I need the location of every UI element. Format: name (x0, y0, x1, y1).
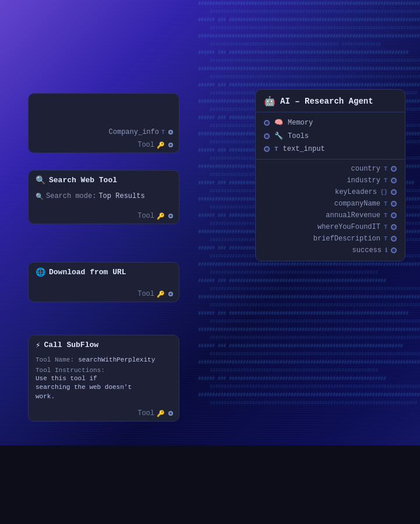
research-agent-title: AI – Research Agent (280, 97, 373, 106)
call-subflow-header: ⚡ Call SubFlow (29, 335, 179, 353)
agent-output-country: country T (256, 163, 405, 175)
agent-output-companyname: companyName T (256, 198, 405, 210)
memory-input-port[interactable] (264, 120, 270, 126)
call-subflow-title: Call SubFlow (44, 341, 98, 349)
success-type: ℹ (385, 247, 387, 254)
industry-type: T (384, 178, 387, 184)
keyleaders-label: keyLeaders (335, 188, 377, 196)
company-info-tool-icon: 🔑 (157, 141, 165, 149)
download-url-output-port[interactable] (168, 292, 173, 296)
tools-label: Tools (288, 132, 309, 140)
download-url-header: 🌐 Download from URL (29, 263, 179, 281)
keyleaders-type: {} (380, 189, 387, 196)
company-info-port[interactable] (168, 130, 173, 134)
search-mode-row: 🔍 Search mode: Top Results (36, 191, 172, 204)
search-web-header: 🔍 Search Web Tool (29, 171, 179, 189)
agent-input-text-input: T text_input (256, 143, 405, 155)
briefdescription-type: T (384, 236, 387, 242)
download-icon: 🌐 (36, 267, 45, 277)
companyname-type: T (384, 201, 387, 207)
research-agent-outputs: country T industry T keyLeaders {} compa… (256, 159, 405, 261)
company-info-tool-port[interactable] (168, 143, 173, 147)
subflow-tool-name-row: Tool Name: searchWithPerplexity (36, 356, 172, 364)
memory-icon: 🧠 (274, 118, 283, 127)
subflow-instructions-value: Use this tool if searching the web doesn… (36, 374, 172, 401)
company-info-tool-row: Tool 🔑 (29, 139, 179, 153)
search-web-output-port[interactable] (168, 214, 173, 218)
subflow-icon: ⚡ (36, 340, 40, 350)
search-mode-value: Top Results (98, 192, 144, 200)
subflow-tool-label: Tool (137, 409, 154, 417)
call-subflow-node[interactable]: ⚡ Call SubFlow Tool Name: searchWithPerp… (28, 335, 179, 422)
search-web-title: Search Web Tool (49, 176, 117, 185)
briefdescription-output-port[interactable] (391, 236, 397, 242)
agent-output-keyleaders: keyLeaders {} (256, 186, 405, 198)
download-url-node[interactable]: 🌐 Download from URL Tool 🔑 (28, 262, 179, 302)
agent-input-tools: 🔧 Tools (256, 129, 405, 143)
annualrevenue-type: T (384, 213, 387, 219)
research-agent-node[interactable]: 🤖 AI – Research Agent 🧠 Memory 🔧 Tools T… (255, 89, 405, 261)
call-subflow-content: Tool Name: searchWithPerplexity Tool Ins… (29, 353, 179, 407)
tools-icon: 🔧 (274, 132, 283, 140)
agent-output-success: success ℹ (256, 245, 405, 256)
text-input-port[interactable] (264, 146, 270, 152)
bottom-panel (0, 445, 420, 524)
subflow-instructions-row: Tool Instructions: Use this tool if sear… (36, 366, 172, 401)
search-icon-small: 🔍 (36, 193, 44, 200)
keyleaders-output-port[interactable] (391, 189, 397, 195)
search-web-tool-node[interactable]: 🔍 Search Web Tool 🔍 Search mode: Top Res… (28, 170, 179, 224)
company-info-label: Company_info (109, 128, 159, 136)
company-info-output: Company_info T (29, 126, 179, 139)
subflow-tool-name-label: Tool Name: (36, 356, 74, 363)
whereyoufolundit-type: T (384, 224, 387, 231)
research-agent-inputs: 🧠 Memory 🔧 Tools T text_input (256, 112, 405, 159)
download-tool-label: Tool (137, 290, 154, 298)
download-url-tool-row: Tool 🔑 (29, 288, 179, 302)
search-tool-icon: 🔑 (157, 213, 165, 220)
success-label: success (352, 246, 382, 254)
memory-label: Memory (288, 119, 313, 127)
agent-input-memory: 🧠 Memory (256, 116, 405, 129)
success-output-port[interactable] (391, 247, 397, 253)
subflow-instructions-label: Tool Instructions: (36, 367, 105, 374)
annualrevenue-output-port[interactable] (391, 213, 397, 218)
search-web-content: 🔍 Search mode: Top Results (29, 189, 179, 210)
download-tool-icon: 🔑 (157, 291, 165, 298)
company-info-tool-label: Tool (137, 141, 154, 149)
country-output-port[interactable] (391, 166, 397, 172)
company-info-type: T (161, 129, 165, 136)
country-type: T (384, 166, 387, 172)
call-subflow-tool-row: Tool 🔑 (29, 407, 179, 421)
download-url-title: Download from URL (49, 268, 126, 277)
search-web-icon: 🔍 (36, 175, 45, 185)
companyname-label: companyName (334, 200, 380, 208)
text-input-type-icon: T (274, 146, 278, 153)
tools-input-port[interactable] (264, 133, 270, 139)
agent-output-briefdescription: briefDescription T (256, 233, 405, 245)
whereyoufolundit-output-port[interactable] (391, 224, 397, 230)
whereyoufolundit-label: whereYouFoundIT (317, 223, 380, 231)
search-mode-label: Search mode: (46, 192, 96, 200)
text-input-label: text_input (283, 145, 325, 153)
annualrevenue-label: annualRevenue (326, 211, 380, 219)
agent-output-industry: industry T (256, 175, 405, 186)
agent-header-icon: 🤖 (264, 95, 276, 107)
call-subflow-output-port[interactable] (168, 411, 173, 416)
companyname-output-port[interactable] (391, 201, 397, 207)
subflow-tool-icon: 🔑 (157, 410, 165, 417)
agent-output-annualrevenue: annualRevenue T (256, 210, 405, 221)
search-web-tool-row: Tool 🔑 (29, 210, 179, 224)
company-info-node[interactable]: Company_info T Tool 🔑 (28, 93, 179, 153)
agent-output-whereyoufolundit: whereYouFoundIT T (256, 221, 405, 233)
industry-output-port[interactable] (391, 178, 397, 183)
country-label: country (351, 165, 380, 173)
search-tool-label: Tool (137, 212, 154, 220)
research-agent-header: 🤖 AI – Research Agent (256, 90, 405, 112)
briefdescription-label: briefDescription (313, 235, 380, 243)
subflow-tool-name-value: searchWithPerplexity (78, 356, 155, 363)
industry-label: industry (347, 176, 380, 185)
